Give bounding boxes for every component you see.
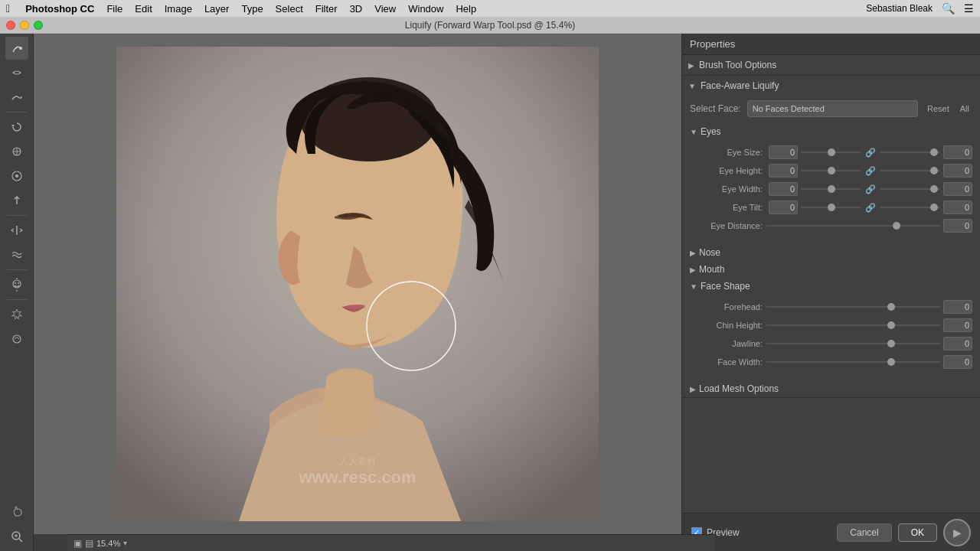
menu-photoshop[interactable]: Photoshop CC xyxy=(25,3,94,15)
eyes-expand-arrow: ▼ xyxy=(690,128,697,136)
eyes-content: Eye Size: 🔗 xyxy=(682,140,980,244)
eye-tilt-right-value[interactable] xyxy=(943,201,972,214)
minimize-button[interactable] xyxy=(20,21,29,30)
eye-width-right-value[interactable] xyxy=(943,182,972,196)
canvas-fit-icon[interactable]: ▤ xyxy=(85,538,93,549)
eye-height-link-icon[interactable]: 🔗 xyxy=(864,165,877,177)
eye-size-right-value[interactable] xyxy=(943,145,972,159)
eye-size-link-icon[interactable]: 🔗 xyxy=(864,146,877,158)
menu-view[interactable]: View xyxy=(374,3,396,15)
eye-size-slider-left[interactable] xyxy=(801,145,861,160)
hamburger-icon[interactable]: ☰ xyxy=(964,2,974,15)
menu-type[interactable]: Type xyxy=(241,3,263,15)
titlebar: Liquify (Forward Warp Tool.psd @ 15.4%) xyxy=(0,17,980,34)
load-mesh-header[interactable]: ▶ Load Mesh Options xyxy=(682,380,980,397)
eye-tilt-slider-left[interactable] xyxy=(801,200,861,215)
eye-height-slider-left[interactable] xyxy=(801,163,861,178)
zoom-controls: ▣ ▤ 15.4% ▾ xyxy=(74,538,127,549)
face-shape-header[interactable]: ▼ Face Shape xyxy=(682,278,980,295)
brush-tool-options-section: ▶ Brush Tool Options xyxy=(682,55,980,76)
hand-tool[interactable] xyxy=(5,500,28,523)
window-title: Liquify (Forward Warp Tool.psd @ 15.4%) xyxy=(405,20,575,31)
zoom-dropdown-arrow[interactable]: ▾ xyxy=(123,539,127,547)
brush-tool-options-header[interactable]: ▶ Brush Tool Options xyxy=(682,55,980,75)
face-aware-header[interactable]: ▼ Face-Aware Liquify xyxy=(682,76,980,96)
canvas-size-icon[interactable]: ▣ xyxy=(74,538,82,549)
maximize-button[interactable] xyxy=(34,21,43,30)
menu-edit[interactable]: Edit xyxy=(135,3,152,15)
eye-width-link-icon[interactable]: 🔗 xyxy=(864,183,877,195)
eye-distance-value[interactable] xyxy=(943,219,972,233)
freeze-mask-tool[interactable] xyxy=(5,303,28,326)
search-icon[interactable]: 🔍 xyxy=(942,2,955,15)
twirl-clockwise-tool[interactable] xyxy=(5,116,28,139)
reconstruct-tool[interactable] xyxy=(5,61,28,84)
mouth-subsection-header[interactable]: ▶ Mouth xyxy=(682,261,980,278)
menu-select[interactable]: Select xyxy=(276,3,303,15)
face-aware-liquify-tool[interactable] xyxy=(5,273,28,296)
menu-file[interactable]: File xyxy=(106,3,122,15)
turbulence-tool[interactable] xyxy=(5,243,28,266)
eye-size-left-value[interactable] xyxy=(769,145,798,159)
eye-tilt-slider-right[interactable] xyxy=(880,200,940,215)
nose-subsection-header[interactable]: ▶ Nose xyxy=(682,244,980,261)
canvas-area[interactable]: www.resc.com 人人素材 xyxy=(34,34,681,534)
thaw-mask-tool[interactable] xyxy=(5,328,28,350)
svg-text:www.resc.com: www.resc.com xyxy=(298,468,416,487)
eye-width-slider-left[interactable] xyxy=(801,181,861,197)
pucker-tool[interactable] xyxy=(5,140,28,163)
select-face-dropdown[interactable]: No Faces Detected xyxy=(747,100,918,117)
chin-height-value[interactable] xyxy=(943,318,972,332)
window-controls xyxy=(6,21,43,30)
menu-window[interactable]: Window xyxy=(408,3,443,15)
eye-height-right-value[interactable] xyxy=(943,164,972,178)
eye-width-label: Eye Width: xyxy=(690,184,763,194)
eye-width-left-value[interactable] xyxy=(769,182,798,196)
forehead-slider[interactable] xyxy=(766,299,940,315)
jawline-value[interactable] xyxy=(943,337,972,350)
eye-height-left-value[interactable] xyxy=(769,164,798,178)
bloat-tool[interactable] xyxy=(5,165,28,187)
forehead-value[interactable] xyxy=(943,300,972,314)
face-width-value[interactable] xyxy=(943,355,972,369)
mirror-tool[interactable] xyxy=(5,219,28,242)
canvas-bg: www.resc.com 人人素材 xyxy=(116,47,599,521)
forward-warp-tool[interactable] xyxy=(5,37,28,60)
zoom-tool[interactable] xyxy=(5,525,28,548)
eye-height-slider-right[interactable] xyxy=(880,163,940,178)
reset-button[interactable]: Reset xyxy=(924,103,952,115)
nose-label: Nose xyxy=(699,247,720,258)
face-width-slider[interactable] xyxy=(766,354,940,370)
eyes-subsection-header[interactable]: ▼ Eyes xyxy=(682,123,980,140)
jawline-slider[interactable] xyxy=(766,336,940,351)
menu-layer[interactable]: Layer xyxy=(204,3,230,15)
eye-size-slider-right[interactable] xyxy=(880,145,940,160)
menu-help[interactable]: Help xyxy=(456,3,476,15)
ok-button[interactable]: OK xyxy=(898,523,937,542)
close-button[interactable] xyxy=(6,21,15,30)
toolbar xyxy=(0,34,34,551)
load-mesh-label: Load Mesh Options xyxy=(699,383,779,394)
eye-size-label: Eye Size: xyxy=(690,148,763,157)
push-left-tool[interactable] xyxy=(5,189,28,212)
eye-tilt-left-value[interactable] xyxy=(769,201,798,214)
play-button[interactable]: ▶ xyxy=(943,519,971,546)
menu-image[interactable]: Image xyxy=(165,3,192,15)
eye-tilt-link-icon[interactable]: 🔗 xyxy=(864,201,877,214)
forehead-label: Forehead: xyxy=(690,302,763,311)
svg-marker-1 xyxy=(11,125,15,127)
eye-width-slider-right[interactable] xyxy=(880,181,940,197)
svg-point-10 xyxy=(18,282,19,284)
select-face-actions: Reset All xyxy=(924,103,972,115)
eye-distance-slider[interactable] xyxy=(766,218,940,233)
apple-menu[interactable]:  xyxy=(6,2,10,15)
panel-scroll[interactable]: ▶ Brush Tool Options ▼ Face-Aware Liquif… xyxy=(682,55,980,513)
menu-3d[interactable]: 3D xyxy=(350,3,363,15)
menu-filter[interactable]: Filter xyxy=(315,3,338,15)
mouth-collapse-arrow: ▶ xyxy=(690,266,696,274)
cancel-button[interactable]: Cancel xyxy=(837,523,891,542)
all-button[interactable]: All xyxy=(957,103,972,115)
chin-height-slider[interactable] xyxy=(766,318,940,333)
smooth-tool[interactable] xyxy=(5,86,28,109)
tool-separator-3 xyxy=(7,269,27,270)
